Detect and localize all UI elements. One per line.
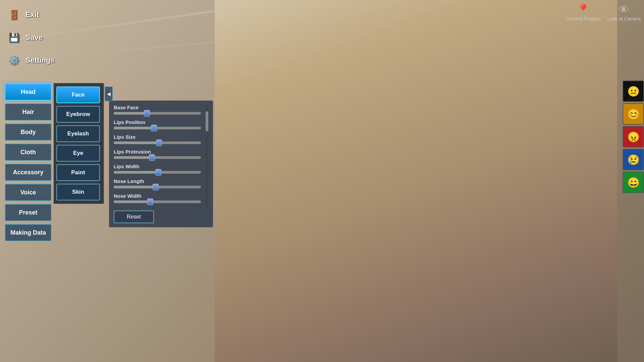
emotion-angry-button[interactable]: 😠 bbox=[623, 126, 644, 147]
slider-nose-width: Nose Width bbox=[114, 193, 208, 203]
sidebar-item-body[interactable]: Body bbox=[5, 123, 52, 141]
camera-position-icon: 📍 bbox=[577, 3, 590, 16]
sliders-panel: Base Face Lips Position Lips Size Lips P… bbox=[109, 101, 213, 227]
slider-lips-width: Lips Width bbox=[114, 164, 208, 174]
emotion-smile-button[interactable]: 😄 bbox=[623, 172, 644, 193]
sub-btn-eyelash[interactable]: Eyelash bbox=[56, 125, 100, 142]
scroll-bar bbox=[206, 105, 208, 208]
exit-label: Exit bbox=[25, 10, 39, 19]
emotion-panel: 😐 😊 😠 😢 😄 bbox=[623, 80, 644, 193]
slider-lips-protrusion-label: Lips Protrusion bbox=[114, 149, 208, 155]
exit-icon: 🚪 bbox=[7, 7, 21, 22]
sub-btn-paint[interactable]: Paint bbox=[56, 164, 100, 181]
exit-button[interactable]: 🚪 Exit bbox=[3, 3, 64, 26]
sub-btn-skin[interactable]: Skin bbox=[56, 184, 100, 200]
sidebar-item-cloth[interactable]: Cloth bbox=[5, 143, 52, 161]
top-menu: 🚪 Exit 💾 Save ⚙️ Settings bbox=[0, 0, 67, 75]
slider-nose-length: Nose Length bbox=[114, 178, 208, 188]
emotion-happy-button[interactable]: 😊 bbox=[623, 103, 644, 125]
slider-lips-width-label: Lips Width bbox=[114, 164, 208, 169]
look-at-camera-button[interactable]: 👁 Look at Camera bbox=[607, 4, 641, 21]
slider-base-face: Base Face bbox=[114, 105, 208, 115]
settings-label: Settings bbox=[25, 56, 55, 65]
sub-panel: Face Eyebrow Eyelash Eye Paint Skin bbox=[54, 83, 104, 204]
slider-nose-width-label: Nose Width bbox=[114, 193, 208, 199]
save-button[interactable]: 💾 Save bbox=[3, 26, 64, 49]
scroll-thumb[interactable] bbox=[206, 111, 208, 131]
sub-btn-face[interactable]: Face bbox=[56, 86, 100, 103]
slider-base-face-track[interactable] bbox=[114, 112, 201, 115]
settings-button[interactable]: ⚙️ Settings bbox=[3, 49, 64, 72]
slider-lips-width-track[interactable] bbox=[114, 171, 201, 174]
settings-icon: ⚙️ bbox=[7, 53, 21, 68]
slider-lips-size-track[interactable] bbox=[114, 141, 201, 144]
slider-lips-position: Lips Position bbox=[114, 119, 208, 129]
character-viewport bbox=[215, 0, 617, 362]
slider-nose-length-track[interactable] bbox=[114, 186, 201, 188]
slider-lips-size: Lips Size bbox=[114, 134, 208, 144]
sidebar-item-voice[interactable]: Voice bbox=[5, 184, 52, 201]
emotion-neutral-button[interactable]: 😐 bbox=[623, 80, 644, 102]
emotion-sad-button[interactable]: 😢 bbox=[623, 149, 644, 170]
sidebar-item-accessory[interactable]: Accessory bbox=[5, 164, 52, 181]
camera-position-label: Camera Position bbox=[566, 16, 601, 21]
top-right-controls: 📍 Camera Position 👁 Look at Camera bbox=[566, 3, 641, 21]
slider-lips-position-track[interactable] bbox=[114, 127, 201, 129]
slider-lips-position-label: Lips Position bbox=[114, 119, 208, 125]
look-at-camera-label: Look at Camera bbox=[607, 16, 641, 21]
slider-lips-protrusion: Lips Protrusion bbox=[114, 149, 208, 159]
sidebar-item-head[interactable]: Head bbox=[5, 83, 52, 101]
sub-btn-eyebrow[interactable]: Eyebrow bbox=[56, 106, 100, 123]
save-label: Save bbox=[25, 33, 43, 42]
sub-btn-eye[interactable]: Eye bbox=[56, 145, 100, 162]
slider-lips-protrusion-track[interactable] bbox=[114, 156, 201, 159]
look-at-camera-icon: 👁 bbox=[619, 4, 629, 16]
sidebar: Head Hair Body Cloth Accessory Voice Pre… bbox=[5, 83, 52, 241]
save-icon: 💾 bbox=[7, 30, 21, 45]
sliders-scroll-area: Base Face Lips Position Lips Size Lips P… bbox=[114, 105, 208, 208]
sidebar-item-hair[interactable]: Hair bbox=[5, 103, 52, 121]
slider-nose-width-track[interactable] bbox=[114, 200, 201, 203]
slider-nose-length-label: Nose Length bbox=[114, 178, 208, 184]
camera-position-button[interactable]: 📍 Camera Position bbox=[566, 3, 601, 21]
sidebar-item-making-data[interactable]: Making Data bbox=[5, 224, 52, 241]
sidebar-item-preset[interactable]: Preset bbox=[5, 204, 52, 221]
collapse-arrow-button[interactable]: ◀ bbox=[105, 86, 113, 101]
slider-base-face-label: Base Face bbox=[114, 105, 208, 110]
slider-lips-size-label: Lips Size bbox=[114, 134, 208, 140]
reset-button[interactable]: Reset bbox=[114, 210, 154, 223]
